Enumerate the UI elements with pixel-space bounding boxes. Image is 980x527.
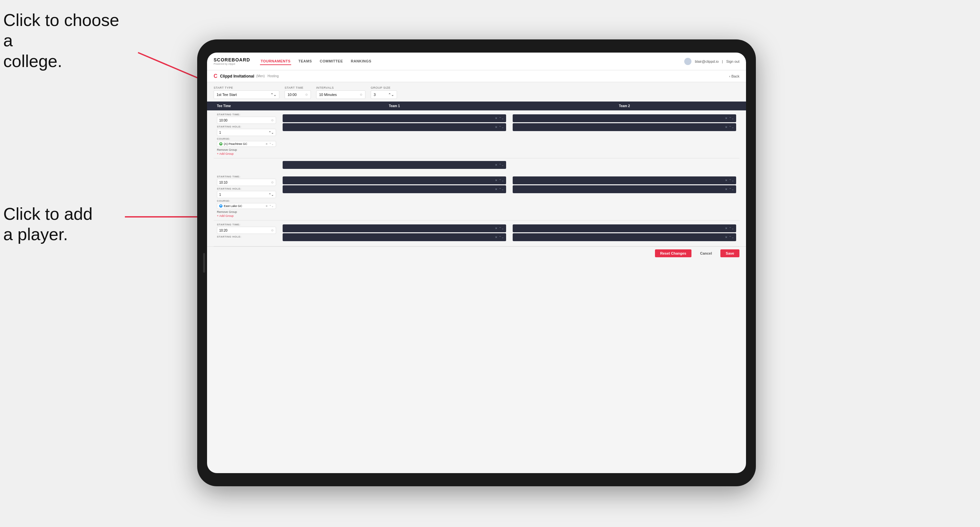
tee-table-body: STARTING TIME: 10:00 ⊙ STARTING HOLE: 1 …	[207, 110, 746, 246]
group-size-label: Group Size	[371, 86, 397, 89]
tablet-screen: SCOREBOARD Powered by clippd TOURNAMENTS…	[207, 52, 746, 473]
group-left-1: STARTING TIME: 10:00 ⊙ STARTING HOLE: 1 …	[214, 113, 279, 156]
annotation-add-player: Click to add a player.	[3, 204, 128, 245]
nav-links: TOURNAMENTS TEAMS COMMITTEE RANKINGS	[260, 58, 684, 65]
col-tee-time: Tee Time	[214, 102, 279, 110]
save-button[interactable]: Save	[721, 249, 740, 257]
start-type-group: Start Type 1st Tee Start ⌃⌄	[214, 86, 279, 99]
starting-hole-value-1[interactable]: 1 ⌃⌄	[217, 129, 276, 136]
separator: |	[722, 59, 723, 63]
player-slot-5-2[interactable]: ✕ ⌃⌄	[283, 233, 506, 241]
remove-group-2[interactable]: Remove Group	[217, 210, 276, 214]
nav-link-rankings[interactable]: RANKINGS	[350, 58, 372, 65]
team1-players-3: ✕ ⌃⌄ ✕ ⌃⌄	[279, 223, 509, 243]
tablet-frame: SCOREBOARD Powered by clippd TOURNAMENTS…	[197, 40, 756, 486]
group-size-select[interactable]: 3 ⌃⌄	[371, 90, 397, 99]
player-slot-3-2[interactable]: ✕ ⌃⌄	[283, 185, 506, 193]
team1-extra-1: ✕ ⌃⌄	[279, 160, 509, 171]
group-left-2: STARTING TIME: 10:10 ⊙ STARTING HOLE: 1 …	[214, 175, 279, 217]
intervals-select[interactable]: 10 Minutes ⊙	[316, 90, 366, 99]
add-group-1[interactable]: + Add Group	[217, 152, 276, 156]
start-time-group: Start Time 10:00 ⊙	[285, 86, 311, 99]
player-slot-4-2[interactable]: ✕ ⌃⌄	[513, 185, 736, 193]
team2-players-2: ✕ ⌃⌄ ✕ ⌃⌄	[509, 175, 740, 217]
course-tag-2[interactable]: ⚑ East Lake GC ✕ ⌃⌄	[217, 203, 276, 209]
player-slot-6-2[interactable]: ✕ ⌃⌄	[513, 233, 736, 241]
avatar	[684, 58, 692, 65]
nav-right: blair@clippd.io | Sign out	[684, 58, 740, 65]
navbar: SCOREBOARD Powered by clippd TOURNAMENTS…	[207, 52, 746, 70]
course-label-2: COURSE:	[217, 200, 276, 202]
cancel-button[interactable]: Cancel	[695, 249, 717, 257]
start-type-select[interactable]: 1st Tee Start ⌃⌄	[214, 90, 279, 99]
tee-table-header: Tee Time Team 1 Team 2	[207, 102, 746, 110]
start-type-label: Start Type	[214, 86, 279, 89]
sign-out-link[interactable]: Sign out	[726, 59, 740, 63]
col-team2: Team 2	[509, 102, 740, 110]
starting-hole-label-3: STARTING HOLE:	[217, 235, 276, 238]
start-time-label: Start Time	[285, 86, 311, 89]
course-label-1: COURSE:	[217, 137, 276, 140]
user-email: blair@clippd.io	[695, 59, 718, 63]
brand: SCOREBOARD Powered by clippd	[214, 57, 250, 65]
starting-time-label-2: STARTING TIME:	[217, 175, 276, 178]
annotation-line4: a player.	[3, 225, 68, 244]
player-slot-2-1[interactable]: ✕ ⌃⌄	[513, 114, 736, 122]
intervals-group: Intervals 10 Minutes ⊙	[316, 86, 366, 99]
tablet-side-button	[203, 253, 205, 273]
group-actions-1: Remove Group + Add Group	[217, 148, 276, 156]
team1-players-2: ✕ ⌃⌄ ✕ ⌃⌄	[279, 175, 509, 217]
starting-time-label-1: STARTING TIME:	[217, 113, 276, 116]
remove-group-1[interactable]: Remove Group	[217, 148, 276, 151]
annotation-choose-college: Click to choose a college.	[3, 10, 128, 71]
nav-link-committee[interactable]: COMMITTEE	[319, 58, 344, 65]
team1-players-1: ✕ ⌃⌄ ✕ ⌃⌄	[279, 113, 509, 156]
table-row: ✕ ⌃⌄	[214, 158, 740, 173]
course-tag-1[interactable]: ⚑ (A) Peachtree GC ✕ ⌃⌄	[217, 141, 276, 147]
reset-button[interactable]: Reset Changes	[655, 249, 692, 257]
starting-time-value-2[interactable]: 10:10 ⊙	[217, 179, 276, 186]
gender-badge: (Men) Hosting	[256, 74, 279, 78]
starting-hole-label-1: STARTING HOLE:	[217, 125, 276, 128]
event-name: Clippd Invitational	[220, 74, 255, 79]
annotation-line1: Click to choose a	[3, 11, 119, 50]
player-slot-4-1[interactable]: ✕ ⌃⌄	[513, 176, 736, 184]
player-slot-5-1[interactable]: ✕ ⌃⌄	[283, 224, 506, 232]
player-slot-1-1[interactable]: ✕ ⌃⌄	[283, 114, 506, 122]
player-slot-2-2[interactable]: ✕ ⌃⌄	[513, 123, 736, 131]
starting-hole-value-2[interactable]: 1 ⌃⌄	[217, 191, 276, 198]
group-left-3: STARTING TIME: 10:20 ⊙ STARTING HOLE:	[214, 223, 279, 243]
starting-time-label-3: STARTING TIME:	[217, 223, 276, 226]
back-button[interactable]: ‹ Back	[729, 74, 740, 78]
main-content: Start Type 1st Tee Start ⌃⌄ Start Time 1…	[207, 82, 746, 473]
team2-players-3: ✕ ⌃⌄ ✕ ⌃⌄	[509, 223, 740, 243]
brand-subtitle: Powered by clippd	[214, 62, 250, 65]
add-group-2[interactable]: + Add Group	[217, 214, 276, 217]
nav-link-teams[interactable]: TEAMS	[298, 58, 313, 65]
team2-players-1: ✕ ⌃⌄ ✕ ⌃⌄	[509, 113, 740, 156]
group-actions-2: Remove Group + Add Group	[217, 210, 276, 217]
intervals-label: Intervals	[316, 86, 366, 89]
annotation-line3: Click to add	[3, 204, 93, 224]
starting-hole-label-2: STARTING HOLE:	[217, 187, 276, 190]
group-size-group: Group Size 3 ⌃⌄	[371, 86, 397, 99]
annotation-line2: college.	[3, 52, 62, 71]
start-time-input[interactable]: 10:00 ⊙	[285, 90, 311, 99]
starting-time-value-3[interactable]: 10:20 ⊙	[217, 227, 276, 234]
table-row: STARTING TIME: 10:10 ⊙ STARTING HOLE: 1 …	[214, 173, 740, 221]
player-slot-1-2[interactable]: ✕ ⌃⌄	[283, 123, 506, 131]
starting-time-value-1[interactable]: 10:00 ⊙	[217, 117, 276, 124]
table-row: STARTING TIME: 10:20 ⊙ STARTING HOLE: ✕ …	[214, 221, 740, 246]
clippd-logo: C	[214, 73, 218, 79]
table-row: STARTING TIME: 10:00 ⊙ STARTING HOLE: 1 …	[214, 110, 740, 158]
form-row: Start Type 1st Tee Start ⌃⌄ Start Time 1…	[207, 82, 746, 102]
player-slot-6-1[interactable]: ✕ ⌃⌄	[513, 224, 736, 232]
brand-title: SCOREBOARD	[214, 57, 250, 62]
sub-header: C Clippd Invitational (Men) Hosting ‹ Ba…	[207, 70, 746, 82]
player-slot-extra-1[interactable]: ✕ ⌃⌄	[283, 161, 506, 169]
footer-actions: Reset Changes Cancel Save	[207, 246, 746, 260]
player-slot-3-1[interactable]: ✕ ⌃⌄	[283, 176, 506, 184]
nav-link-tournaments[interactable]: TOURNAMENTS	[260, 58, 291, 65]
col-team1: Team 1	[279, 102, 509, 110]
